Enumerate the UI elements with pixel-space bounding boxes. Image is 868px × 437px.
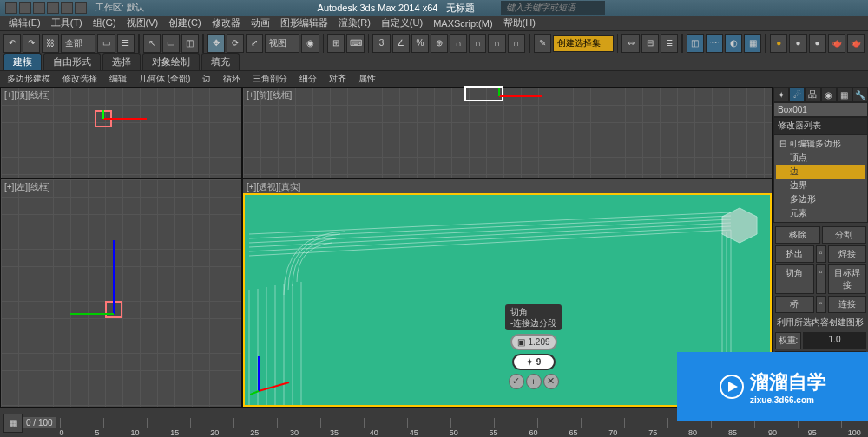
menu-help[interactable]: 帮助(H) [498, 16, 541, 29]
display-tab-icon[interactable]: ▦ [837, 87, 852, 102]
ref-coord-dropdown[interactable]: 视图 [265, 34, 299, 53]
weld-button[interactable]: 焊接 [828, 245, 867, 263]
stack-vertex[interactable]: 顶点 [776, 151, 865, 165]
create-tab-icon[interactable]: ✦ [773, 87, 789, 102]
select-name-button[interactable]: ☰ [117, 34, 135, 53]
stack-element[interactable]: 元素 [776, 206, 865, 220]
manipulate-button[interactable]: ⊞ [327, 34, 345, 53]
remove-button[interactable]: 移除 [775, 226, 820, 244]
tab-modeling[interactable]: 建模 [3, 53, 42, 70]
render-iterative-button[interactable]: ● [809, 34, 826, 53]
material-editor-button[interactable]: ◐ [725, 34, 742, 53]
timeline-config-icon[interactable]: ▦ [3, 414, 23, 433]
object-name-field[interactable]: Box001 [773, 102, 868, 117]
viewport-left[interactable]: [+][左][线框] [0, 179, 242, 408]
motion-tab-icon[interactable]: ◉ [821, 87, 837, 102]
qat-icon[interactable] [75, 2, 87, 14]
viewport-persp-label[interactable]: [+][透视][真实] [247, 181, 301, 193]
viewport-front-label[interactable]: [+][前][线框] [247, 89, 293, 101]
ribbon-modify-sel[interactable]: 修改选择 [59, 73, 101, 85]
snap-icon[interactable]: ∩ [469, 34, 486, 53]
tab-freeform[interactable]: 自由形式 [43, 53, 101, 70]
bridge-button[interactable]: 桥 [775, 296, 814, 313]
chamfer-settings-button[interactable]: ▫ [816, 264, 826, 294]
snap-toggle[interactable]: 3 [372, 34, 390, 53]
menu-create[interactable]: 创建(C) [163, 16, 206, 29]
menu-tools[interactable]: 工具(T) [46, 16, 88, 29]
pivot-button[interactable]: ◉ [301, 34, 319, 53]
viewport-front[interactable]: [+][前][线框] [242, 87, 773, 179]
qat-icon[interactable] [19, 2, 31, 14]
tab-populate[interactable]: 填充 [201, 53, 240, 70]
chamfer-segments-field[interactable]: ✦ 9 [512, 354, 556, 370]
menu-views[interactable]: 视图(V) [122, 16, 164, 29]
split-button[interactable]: 分割 [822, 226, 867, 244]
menu-graph[interactable]: 图形编辑器 [275, 16, 333, 29]
ribbon-geometry[interactable]: 几何体 (全部) [135, 73, 194, 85]
angle-snap[interactable]: ∠ [392, 34, 410, 53]
help-search-input[interactable]: 键入关键字或短语 [501, 1, 605, 15]
modifier-stack[interactable]: ⊟ 可编辑多边形 顶点 边 边界 多边形 元素 [773, 134, 868, 223]
ribbon-edges[interactable]: 边 [199, 73, 214, 85]
window-crossing-button[interactable]: ◫ [181, 34, 199, 53]
utilities-tab-icon[interactable]: 🔧 [852, 87, 868, 102]
ribbon-edit[interactable]: 编辑 [106, 73, 130, 85]
curve-editor-button[interactable]: 〰 [706, 34, 723, 53]
menu-render[interactable]: 渲染(R) [333, 16, 376, 29]
caddy-cancel-button[interactable]: ✕ [543, 374, 559, 389]
tab-selection[interactable]: 选择 [102, 53, 141, 70]
teapot-icon[interactable]: 🫖 [828, 34, 845, 53]
select-object-button[interactable]: ↖ [143, 34, 161, 53]
menu-customize[interactable]: 自定义(U) [376, 16, 428, 29]
undo-button[interactable]: ↶ [3, 34, 21, 53]
menu-group[interactable]: 组(G) [88, 16, 122, 29]
menu-edit[interactable]: 编辑(E) [3, 16, 46, 29]
viewcube-icon[interactable] [718, 204, 761, 247]
move-button[interactable]: ✥ [207, 34, 225, 53]
snap-icon[interactable]: ∩ [450, 34, 467, 53]
snap-icon[interactable]: ∩ [488, 34, 505, 53]
render-button[interactable]: ● [770, 34, 787, 53]
chamfer-button[interactable]: 切角 [775, 264, 814, 294]
modifier-list-dropdown[interactable]: 修改器列表 [773, 117, 868, 134]
align-button[interactable]: ⊟ [641, 34, 659, 53]
link-button[interactable]: ⛓ [42, 34, 59, 53]
frame-indicator[interactable]: 0 / 100 [23, 417, 56, 428]
target-weld-button[interactable]: 目标焊接 [828, 264, 867, 294]
schematic-button[interactable]: ◫ [687, 34, 704, 53]
select-region-button[interactable]: ▭ [162, 34, 180, 53]
viewport-top-label[interactable]: [+][顶][线框] [4, 89, 50, 101]
ribbon-props[interactable]: 属性 [355, 73, 379, 85]
hierarchy-tab-icon[interactable]: 品 [805, 87, 820, 102]
render-setup-button[interactable]: ▦ [744, 34, 761, 53]
named-selection-input[interactable] [553, 35, 614, 52]
workspace-selector[interactable]: 工作区: 默认 [95, 2, 144, 14]
bridge-settings-button[interactable]: ▫ [816, 296, 826, 313]
stack-polygon[interactable]: 多边形 [776, 192, 865, 206]
connect-button[interactable]: 连接 [828, 296, 867, 313]
caddy-apply-button[interactable]: + [526, 374, 542, 389]
teapot-render-icon[interactable]: 🫖 [847, 34, 865, 53]
select-button[interactable]: ▭ [97, 34, 115, 53]
viewport-left-label[interactable]: [+][左][线框] [4, 181, 50, 193]
render-last-button[interactable]: ● [789, 34, 806, 53]
spinner-snap[interactable]: ⊕ [431, 34, 448, 53]
chamfer-amount-field[interactable]: ▣ 1.209 [510, 334, 557, 350]
ribbon-subdiv[interactable]: 细分 [296, 73, 320, 85]
scale-button[interactable]: ⤢ [246, 34, 263, 53]
stack-edge[interactable]: 边 [776, 165, 865, 179]
keyboard-button[interactable]: ⌨ [346, 34, 364, 53]
caddy-ok-button[interactable]: ✓ [509, 374, 524, 389]
mirror-button[interactable]: ⇔ [621, 34, 639, 53]
menu-maxscript[interactable]: MAXScript(M) [428, 18, 497, 29]
menu-modifiers[interactable]: 修改器 [207, 16, 246, 29]
selection-filter-dropdown[interactable]: 全部 [61, 34, 95, 53]
viewport-top[interactable]: [+][顶][线框] [0, 87, 242, 179]
layers-button[interactable]: ≣ [661, 34, 678, 53]
redo-button[interactable]: ↷ [23, 34, 40, 53]
percent-snap[interactable]: % [411, 34, 429, 53]
extrude-button[interactable]: 挤出 [775, 245, 814, 263]
qat-icon[interactable] [47, 2, 59, 14]
ribbon-tri[interactable]: 三角剖分 [249, 73, 291, 85]
menu-animation[interactable]: 动画 [246, 16, 275, 29]
